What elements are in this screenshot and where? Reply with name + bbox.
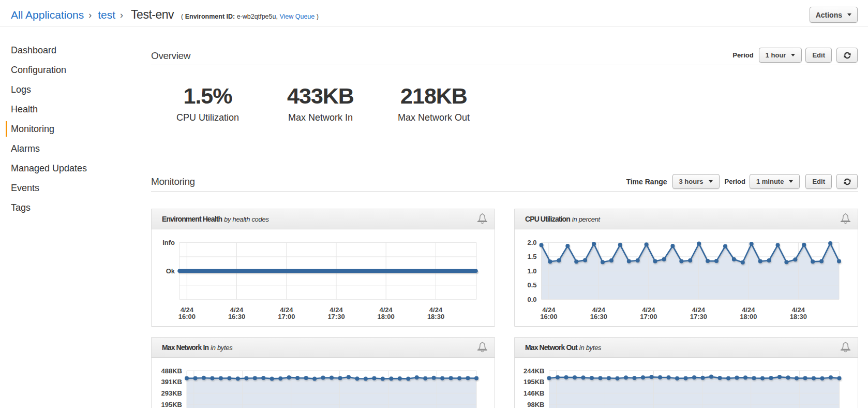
svg-text:391KB: 391KB bbox=[161, 378, 182, 386]
svg-text:Info: Info bbox=[162, 239, 175, 246]
svg-text:17:30: 17:30 bbox=[327, 313, 345, 320]
svg-text:98KB: 98KB bbox=[527, 401, 544, 408]
svg-text:1.5: 1.5 bbox=[527, 253, 536, 260]
svg-text:195KB: 195KB bbox=[523, 378, 544, 386]
svg-text:0.0: 0.0 bbox=[527, 296, 536, 303]
svg-text:146KB: 146KB bbox=[523, 389, 544, 397]
svg-text:2.0: 2.0 bbox=[527, 239, 536, 246]
svg-text:195KB: 195KB bbox=[161, 401, 182, 408]
svg-text:16:00: 16:00 bbox=[178, 313, 196, 320]
svg-text:17:00: 17:00 bbox=[278, 313, 295, 320]
svg-text:17:30: 17:30 bbox=[690, 313, 707, 320]
svg-text:0.5: 0.5 bbox=[527, 281, 536, 289]
svg-text:293KB: 293KB bbox=[161, 389, 182, 397]
svg-text:Ok: Ok bbox=[166, 267, 175, 275]
svg-text:18:30: 18:30 bbox=[790, 313, 807, 320]
svg-text:18:30: 18:30 bbox=[427, 313, 444, 320]
svg-text:17:00: 17:00 bbox=[640, 313, 657, 320]
svg-text:488KB: 488KB bbox=[161, 367, 182, 375]
svg-text:16:30: 16:30 bbox=[228, 313, 245, 320]
svg-text:1.0: 1.0 bbox=[527, 267, 536, 275]
svg-text:244KB: 244KB bbox=[523, 367, 544, 375]
svg-text:18:00: 18:00 bbox=[378, 313, 395, 320]
svg-text:16:00: 16:00 bbox=[540, 313, 557, 320]
svg-text:16:30: 16:30 bbox=[590, 313, 607, 320]
svg-text:18:00: 18:00 bbox=[740, 313, 757, 320]
